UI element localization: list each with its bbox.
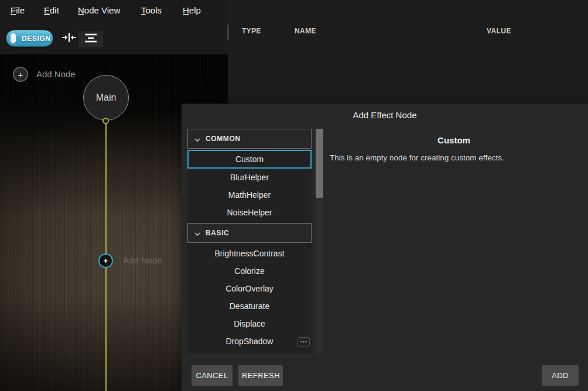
header-divider — [232, 46, 588, 46]
collapse-horizontal-icon — [61, 31, 77, 46]
section-common[interactable]: COMMON — [187, 129, 312, 149]
add-node-label: Add Node — [36, 69, 76, 79]
app-window: File Edit Node View Tools Help TYPE NAME… — [0, 0, 588, 391]
list-item-label: DropShadow — [226, 337, 274, 346]
chevron-down-icon — [194, 133, 200, 144]
list-item-mathhelper[interactable]: MathHelper — [187, 186, 312, 204]
center-lines-icon — [84, 33, 97, 46]
list-scrollbar-thumb[interactable] — [316, 129, 323, 198]
menu-edit[interactable]: Edit — [44, 5, 59, 15]
list-scrollbar-track[interactable] — [316, 129, 323, 354]
section-label: BASIC — [206, 229, 229, 237]
list-item-desaturate[interactable]: Desaturate — [187, 297, 312, 315]
effect-name-heading: Custom — [325, 135, 583, 145]
list-item-blurhelper[interactable]: BlurHelper — [187, 169, 312, 186]
add-button[interactable]: ADD — [542, 365, 579, 386]
plus-icon: + — [13, 67, 28, 82]
list-item-colorize[interactable]: Colorize — [187, 262, 312, 280]
menu-file[interactable]: File — [11, 5, 25, 15]
list-item-label: ColorOverlay — [225, 284, 274, 293]
list-item-label: Colorize — [234, 266, 264, 276]
add-node-label: Add Node — [123, 255, 162, 265]
list-item-custom[interactable]: Custom — [187, 150, 312, 169]
main-node[interactable]: Main — [83, 75, 129, 121]
list-item-label: Custom — [235, 155, 264, 164]
section-basic[interactable]: BASIC — [187, 223, 312, 243]
add-effect-node-dialog: Add Effect Node COMMON Custom BlurHelper… — [182, 104, 588, 391]
list-item-label: Displace — [234, 319, 265, 328]
properties-panel: TYPE NAME VALUE — [227, 0, 588, 104]
effect-detail-pane: Custom This is an empty node for creatin… — [325, 130, 583, 162]
design-mode-toggle[interactable]: DESIGN — [6, 30, 53, 47]
list-item-label: Desaturate — [230, 301, 269, 311]
list-item-displace[interactable]: Displace — [187, 315, 312, 332]
menu-tools[interactable]: Tools — [141, 5, 162, 15]
effect-description: This is an empty node for creating custo… — [325, 153, 583, 162]
list-item-brightnesscontrast[interactable]: BrightnessContrast — [187, 245, 312, 262]
main-node-output-port[interactable] — [102, 118, 109, 124]
list-item-label: MathHelper — [228, 190, 271, 200]
refresh-button[interactable]: REFRESH — [238, 365, 283, 386]
chevron-down-icon — [194, 228, 200, 238]
menu-help[interactable]: Help — [183, 5, 201, 15]
list-item-dropshadow[interactable]: DropShadow — [187, 332, 312, 350]
effect-list: COMMON Custom BlurHelper MathHelper Nois… — [187, 129, 312, 354]
list-item-label: BlurHelper — [230, 173, 269, 182]
cancel-button[interactable]: CANCEL — [192, 365, 233, 386]
layout-lines-button[interactable] — [78, 31, 103, 47]
section-label: COMMON — [206, 135, 241, 143]
main-node-label: Main — [96, 92, 117, 103]
plus-icon: + — [98, 253, 113, 268]
column-header-value: VALUE — [487, 27, 511, 35]
design-toggle-label: DESIGN — [22, 35, 51, 43]
column-header-name: NAME — [295, 27, 316, 35]
list-item-label: BrightnessContrast — [214, 249, 284, 258]
panel-edge-decoration — [227, 25, 229, 40]
menu-node-view[interactable]: Node View — [78, 5, 120, 15]
ellipsis-icon[interactable] — [298, 337, 310, 347]
toggle-knob-icon — [11, 33, 16, 43]
collapse-panels-button[interactable] — [61, 32, 77, 45]
list-item-coloroverlay[interactable]: ColorOverlay — [187, 280, 312, 297]
list-item-label: NoiseHelper — [227, 208, 272, 217]
list-item-noisehelper[interactable]: NoiseHelper — [187, 204, 312, 221]
column-header-type: TYPE — [242, 27, 261, 35]
dialog-title: Add Effect Node — [182, 110, 588, 120]
